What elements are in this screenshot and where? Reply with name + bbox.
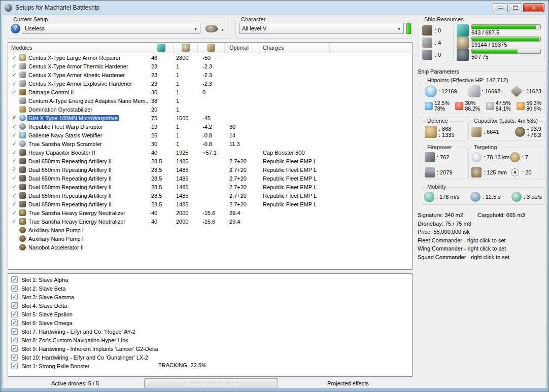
module-optimal: 2.7+20 bbox=[225, 193, 259, 199]
implant-checkbox[interactable] bbox=[11, 285, 18, 292]
module-row[interactable]: True Sansha Heavy Energy Neutralizer4020… bbox=[8, 208, 412, 217]
implant-row[interactable]: Slot 5: Slave Epsilon bbox=[8, 310, 412, 318]
module-powergrid: 1 bbox=[174, 98, 198, 104]
module-row[interactable]: Damage Control II3010 bbox=[8, 88, 412, 96]
implant-checkbox[interactable] bbox=[11, 302, 18, 309]
module-name-text: Republic Fleet Warp Disruptor bbox=[27, 124, 104, 130]
ship-menu-button[interactable] bbox=[204, 23, 229, 34]
minimize-button[interactable] bbox=[493, 3, 508, 12]
capacitor-column-header[interactable] bbox=[198, 43, 225, 53]
cpu-icon bbox=[157, 44, 165, 52]
module-powergrid: 2800 bbox=[174, 55, 198, 61]
module-row[interactable]: Nanobot Accelerator II bbox=[8, 243, 412, 252]
module-name: Auxiliary Nano Pump I bbox=[27, 227, 149, 233]
projected-effects-button[interactable]: Projected effects bbox=[327, 380, 369, 386]
fleet-commander-setter[interactable]: Fleet Commander - right click to set bbox=[418, 236, 545, 245]
implant-row[interactable]: Slot 9: Hardwiring - Inherent Implants '… bbox=[8, 344, 412, 353]
module-row[interactable]: Centus X-Type Large Armor Repairer462800… bbox=[8, 53, 412, 62]
module-powergrid: 1 bbox=[174, 132, 198, 138]
implant-row[interactable]: Slot 1: Slave Alpha bbox=[8, 275, 412, 284]
implant-checkbox[interactable] bbox=[11, 311, 18, 317]
module-row[interactable]: Centus X-Type Armor Thermic Hardener231-… bbox=[8, 62, 412, 70]
implant-checkbox[interactable] bbox=[11, 337, 18, 343]
implant-row[interactable]: Slot 3: Slave Gamma bbox=[8, 293, 412, 301]
stasis-webifier-icon bbox=[19, 132, 26, 138]
cpu-column-header[interactable] bbox=[149, 43, 174, 53]
implant-row[interactable]: Slot 2: Slave Beta bbox=[8, 284, 412, 293]
module-row[interactable]: Centus X-Type Armor Kinetic Hardener231-… bbox=[8, 70, 412, 79]
module-row[interactable]: Republic Fleet Warp Disruptor191-4.230 bbox=[8, 122, 412, 131]
module-row[interactable]: Centum A-Type Energized Adaptive Nano Me… bbox=[8, 96, 412, 105]
help-icon[interactable] bbox=[11, 24, 20, 33]
module-name: True Sansha Heavy Energy Neutralizer bbox=[27, 210, 149, 216]
module-powergrid: 1500 bbox=[174, 115, 198, 121]
chevron-down-icon bbox=[191, 25, 197, 31]
turret-hardpoints-icon bbox=[422, 25, 432, 35]
module-row[interactable]: Dual 650mm Repeating Artillery II28.5148… bbox=[8, 200, 412, 208]
module-capacitor: -45 bbox=[198, 115, 225, 121]
implant-row[interactable]: Slot 4: Slave Delta bbox=[8, 301, 412, 310]
targeting-range: : 78.13 km bbox=[471, 152, 510, 162]
current-setup-group: Current Setup Useless bbox=[8, 20, 231, 39]
module-row[interactable]: Centus X-Type Armor Explosive Hardener23… bbox=[8, 79, 412, 88]
implant-checkbox[interactable] bbox=[11, 363, 18, 369]
maximize-button[interactable] bbox=[509, 3, 522, 12]
rig-icon bbox=[19, 227, 26, 233]
setup-select[interactable]: Useless bbox=[22, 23, 200, 34]
module-row[interactable]: Dual 650mm Repeating Artillery II28.5148… bbox=[8, 183, 412, 191]
implant-row[interactable]: Slot 1: Strong Exile BoosterTRACKING -22… bbox=[8, 362, 412, 370]
module-row[interactable]: Dual 650mm Repeating Artillery II28.5148… bbox=[8, 191, 412, 200]
optimal-column-header[interactable]: Optimal bbox=[225, 43, 259, 53]
module-cpu: 23 bbox=[149, 63, 174, 69]
module-row[interactable]: Dual 650mm Repeating Artillery II28.5148… bbox=[8, 157, 412, 165]
implant-checkbox[interactable] bbox=[11, 354, 18, 361]
module-row[interactable]: True Sansha Warp Scrambler301-0.811.3 bbox=[8, 139, 412, 148]
implant-checkbox[interactable] bbox=[11, 276, 18, 283]
module-capacitor: 0 bbox=[198, 89, 225, 95]
implant-row[interactable]: Slot 10: Hardwiring - Eifyr and Co 'Guns… bbox=[8, 353, 412, 362]
module-powergrid: 1 bbox=[174, 141, 198, 147]
module-row[interactable]: True Sansha Heavy Energy Neutralizer4020… bbox=[8, 217, 412, 226]
implant-effect-text: TRACKING -22.5% bbox=[158, 362, 207, 368]
module-name-text: Nanobot Accelerator II bbox=[27, 244, 85, 251]
implant-row[interactable]: Slot 8: Zor's Custom Navigation Hyper-Li… bbox=[8, 336, 412, 344]
launcher-hardpoints-value: : 4 bbox=[435, 40, 441, 46]
close-button[interactable] bbox=[523, 3, 544, 12]
implant-checkbox[interactable] bbox=[11, 319, 18, 326]
armor-hp: : 16698 bbox=[468, 85, 501, 97]
modules-table-header[interactable]: Modules Optimal Charges bbox=[8, 43, 412, 53]
character-select[interactable]: All level V bbox=[239, 23, 404, 34]
module-name: True Sansha Heavy Energy Neutralizer bbox=[27, 219, 149, 225]
implant-row[interactable]: Slot 7: Hardwiring - Eifyr and Co. 'Rogu… bbox=[8, 327, 412, 336]
charges-column-header[interactable]: Charges bbox=[259, 43, 330, 53]
module-row[interactable]: Heavy Capacitor Booster II401925+57.1Cap… bbox=[8, 148, 412, 157]
module-row[interactable]: Gallente Navy Stasis Webifier251-0.814 bbox=[8, 131, 412, 139]
hull-icon bbox=[510, 85, 523, 97]
module-name-text: Centus X-Type Armor Thermic Hardener bbox=[27, 63, 129, 69]
signature-value: Signature: 340 m2 bbox=[418, 211, 477, 220]
module-row[interactable]: Dual 650mm Repeating Artillery II28.5148… bbox=[8, 174, 412, 183]
module-powergrid: 1485 bbox=[174, 193, 198, 199]
turret-hardpoints: : 0 bbox=[422, 25, 453, 36]
targeting-range-icon bbox=[471, 152, 482, 162]
implant-row[interactable]: Slot 6: Slave Omega bbox=[8, 318, 412, 327]
implant-checkbox[interactable] bbox=[11, 294, 18, 300]
artillery-icon bbox=[19, 192, 26, 199]
armor-icon bbox=[468, 85, 481, 97]
boosters-implants-button[interactable]: Boosters and Implants bbox=[144, 378, 278, 388]
implant-checkbox[interactable] bbox=[11, 328, 18, 335]
modules-column-header[interactable]: Modules bbox=[8, 43, 149, 53]
wing-commander-setter[interactable]: Wing Commander - right click to set bbox=[418, 244, 545, 253]
defence-value-1: : 868 bbox=[439, 126, 451, 132]
powergrid-column-header[interactable] bbox=[174, 43, 198, 53]
module-row[interactable]: Auxiliary Nano Pump I bbox=[8, 226, 412, 234]
module-row[interactable]: Domination Gyrostabilizer201 bbox=[8, 105, 412, 114]
module-row[interactable]: Dual 650mm Repeating Artillery II28.5148… bbox=[8, 165, 412, 174]
lock-targets-icon bbox=[510, 167, 520, 177]
module-row[interactable]: Gist X-Type 100MN MicroWarpdrive751500-4… bbox=[8, 114, 412, 122]
module-row[interactable]: Auxiliary Nano Pump I bbox=[8, 234, 412, 243]
implant-checkbox[interactable] bbox=[11, 345, 18, 352]
active-drones-button[interactable]: Active drones: 5 / 5 bbox=[51, 380, 99, 386]
titlebar[interactable]: Setups for Machariel Battleship bbox=[1, 1, 548, 15]
squad-commander-setter[interactable]: Squad Commander - right click to set bbox=[418, 253, 545, 262]
